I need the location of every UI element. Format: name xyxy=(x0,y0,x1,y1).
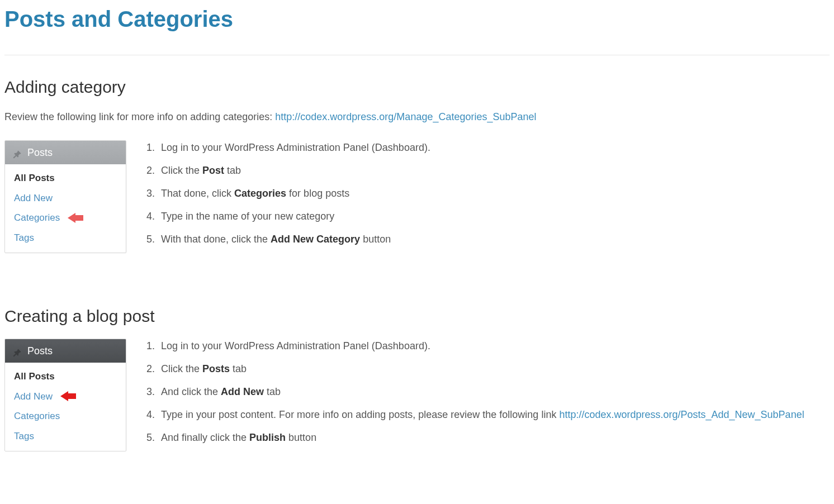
section-row-adding-category: Posts All Posts Add New Categories Tags xyxy=(4,140,830,253)
sidebar-header-label: Posts xyxy=(27,145,53,160)
step-item: That done, click Categories for blog pos… xyxy=(158,186,430,201)
step-text: for blog posts xyxy=(286,188,349,199)
sidebar-screenshot-creating-post: Posts All Posts Add New Categories Tags xyxy=(4,339,126,451)
sidebar-item-tags: Tags xyxy=(14,429,117,444)
step-bold: Posts xyxy=(202,363,230,374)
sidebar-item-add-new: Add New xyxy=(14,389,117,404)
step-text: Type in your post content. For more info… xyxy=(161,409,559,420)
sidebar-header-posts: Posts xyxy=(5,141,126,164)
sidebar-item-categories: Categories xyxy=(14,409,117,424)
intro-paragraph: Review the following link for more info … xyxy=(4,110,830,125)
step-item: Click the Posts tab xyxy=(158,362,804,377)
section-heading-creating-post: Creating a blog post xyxy=(4,303,830,329)
step-item: With that done, click the Add New Catego… xyxy=(158,232,430,247)
step-item: Log in to your WordPress Administration … xyxy=(158,339,804,354)
sidebar-header-label: Posts xyxy=(27,344,53,359)
step-text: Click the xyxy=(161,363,202,374)
steps-list-creating-post: Log in to your WordPress Administration … xyxy=(146,339,804,445)
step-link-posts-add-new[interactable]: http://codex.wordpress.org/Posts_Add_New… xyxy=(559,409,804,420)
sidebar-item-label: Tags xyxy=(14,231,34,245)
page-title: Posts and Categories xyxy=(4,0,830,45)
step-bold: Add New Category xyxy=(271,234,360,245)
step-text: And click the xyxy=(161,386,221,397)
sidebar-item-label: Categories xyxy=(14,211,60,225)
section-heading-adding-category: Adding category xyxy=(4,74,830,99)
step-bold: Post xyxy=(202,165,224,176)
sidebar-screenshot-adding-category: Posts All Posts Add New Categories Tags xyxy=(4,140,126,253)
section-row-creating-post: Posts All Posts Add New Categories Tags xyxy=(4,339,830,451)
step-text: tab xyxy=(264,386,281,397)
sidebar-item-label: All Posts xyxy=(14,369,55,384)
sidebar-header-posts: Posts xyxy=(5,339,126,363)
arrow-left-icon xyxy=(68,213,84,223)
title-divider xyxy=(4,55,830,55)
sidebar-item-label: Tags xyxy=(14,429,34,444)
step-text: tab xyxy=(230,363,247,374)
step-text: button xyxy=(360,234,391,245)
step-item: Type in the name of your new category xyxy=(158,209,430,224)
pin-icon xyxy=(13,148,22,157)
sidebar-item-label: Add New xyxy=(14,389,53,404)
arrow-left-icon xyxy=(60,391,77,401)
step-bold: Categories xyxy=(234,188,286,199)
step-text: That done, click xyxy=(161,188,234,199)
sidebar-item-label: Categories xyxy=(14,409,60,424)
step-text: button xyxy=(286,432,316,443)
step-item: Log in to your WordPress Administration … xyxy=(158,140,430,155)
step-bold: Add New xyxy=(221,386,264,397)
step-item: Click the Post tab xyxy=(158,163,430,178)
sidebar-item-label: Add New xyxy=(14,191,53,206)
sidebar-item-all-posts: All Posts xyxy=(14,171,117,186)
sidebar-item-label: All Posts xyxy=(14,171,55,186)
step-text: With that done, click the xyxy=(161,234,271,245)
step-text: Click the xyxy=(161,165,202,176)
step-item: Type in your post content. For more info… xyxy=(158,407,804,422)
sidebar-item-add-new: Add New xyxy=(14,191,117,206)
step-item: And click the Add New tab xyxy=(158,384,804,400)
step-item: And finally click the Publish button xyxy=(158,430,804,445)
sidebar-item-categories: Categories xyxy=(14,211,117,225)
pin-icon xyxy=(13,346,22,355)
steps-list-adding-category: Log in to your WordPress Administration … xyxy=(146,140,430,247)
step-bold: Publish xyxy=(249,432,286,443)
intro-link-manage-categories[interactable]: http://codex.wordpress.org/Manage_Catego… xyxy=(275,111,536,122)
sidebar-item-all-posts: All Posts xyxy=(14,369,117,384)
step-text: And finally click the xyxy=(161,432,249,443)
intro-text: Review the following link for more info … xyxy=(4,111,275,122)
sidebar-item-tags: Tags xyxy=(14,231,117,245)
step-text: tab xyxy=(224,165,241,176)
